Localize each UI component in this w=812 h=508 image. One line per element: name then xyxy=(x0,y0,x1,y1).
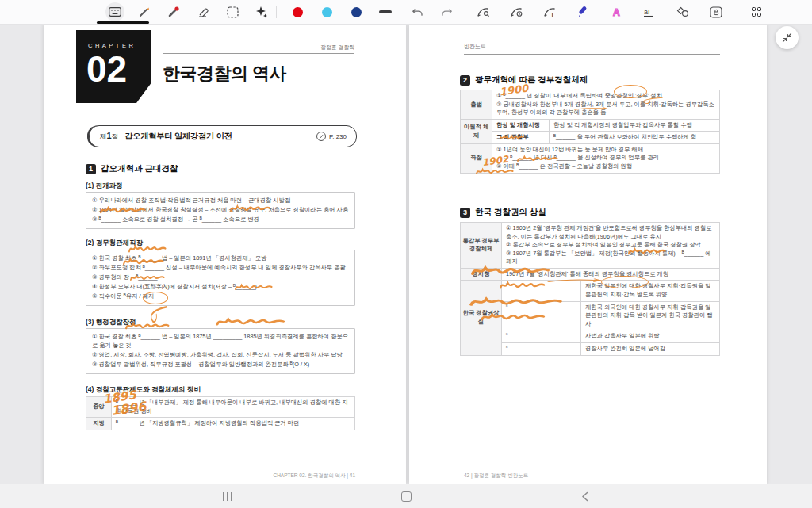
table-3: 통감부 경무부 경찰체제 ① 1905년 2월 '경무청 관제 개정건'을 반포… xyxy=(460,222,720,356)
check-icon xyxy=(316,132,326,141)
table-row: 한국 경찰권상실 ᴮ 재한국 일본인에 대한 경찰사무 지휘·감독권을 일본관헌… xyxy=(461,281,720,301)
section-title: 갑오개혁부터 일제강점기 이전 xyxy=(124,131,232,142)
page-right[interactable]: 빈칸노트 2광무개혁에 따른 경부경찰체제 출범 ① ᴮ______ 년 경찰이… xyxy=(409,24,767,484)
heading-1: 1갑오개혁과 근대경찰 xyxy=(86,163,178,174)
collapse-toolbar-button[interactable] xyxy=(776,26,799,49)
corner-label: 빈칸노트 xyxy=(464,43,486,51)
chapter-number: 02 xyxy=(86,48,127,90)
note-box-1: ① 우리나라에서 경찰 조직법·작용법적 근거규정 처음 마련 – 근대경찰 시… xyxy=(86,192,355,229)
chapter-box: CHAPTER 02 xyxy=(76,30,151,103)
table-row: 중앙ᴮ______ 년 「내부관제」 제정 통해 내무아문이 내부로 바뀌고, … xyxy=(86,397,355,418)
lock-icon[interactable] xyxy=(707,2,726,21)
shapes-icon[interactable] xyxy=(673,2,692,21)
table-row: 지방ᴮ______ 년 「지방경찰규칙」 제정하여 지방경찰의 작용법적 근거 … xyxy=(86,418,355,430)
svg-text:aI: aI xyxy=(644,8,650,16)
table-4: 중앙ᴮ______ 년 「내부관제」 제정 통해 내무아문이 내부로 바뀌고, … xyxy=(86,396,355,430)
svg-text:T: T xyxy=(550,11,554,18)
table-row: 좌절 ① 1년여 동안 대신이 12번 바뀌는 등 문제 많아 경부 해체→ ᴮ… xyxy=(461,143,720,173)
color-cyan[interactable] xyxy=(317,2,336,21)
table-2: 출범 ① ᴮ______ 년 경찰이 '내부'에서 독립하여 중앙관청인 '경부… xyxy=(460,90,720,174)
back-icon[interactable] xyxy=(569,486,600,506)
blue-pen-icon[interactable] xyxy=(573,2,592,21)
stroke-width[interactable] xyxy=(376,2,395,21)
subhead-2: (2) 경무청관제직장 xyxy=(86,239,143,248)
apps-grid-icon[interactable] xyxy=(747,2,766,21)
pen-text-icon[interactable]: T xyxy=(540,2,559,21)
pen-icon[interactable] xyxy=(135,2,154,21)
subhead-1: (1) 전개과정 xyxy=(86,181,123,191)
marker-icon[interactable] xyxy=(164,2,183,21)
note-box-2: ① 한국 경찰 최초 ᴮ______ 법 – 일본의 1891년 「경시청관제」… xyxy=(86,250,355,306)
eraser-icon[interactable] xyxy=(193,2,213,21)
note-box-3: ① 한국 경찰 최초 ᴮ______ 법 – 일본의 1875년 _______… xyxy=(86,328,355,374)
color-navy[interactable] xyxy=(347,2,366,21)
heading-3: 3한국 경찰권의 상실 xyxy=(460,207,546,218)
redo-icon[interactable] xyxy=(437,2,456,21)
pen-clock-icon[interactable] xyxy=(507,2,526,21)
system-navbar xyxy=(0,484,812,508)
page-footer-left: CHAPTER 02. 한국경찰의 역사 | 41 xyxy=(86,472,355,479)
lasso-icon[interactable] xyxy=(223,2,242,21)
page-ref: P. 230 xyxy=(316,132,347,141)
table-row: 통감부 경무부 경찰체제 ① 1905년 2월 '경무청 관제 개정건'을 반포… xyxy=(461,223,720,269)
recents-icon[interactable] xyxy=(212,486,243,506)
subhead-4: (4) 경찰고문관제도와 경찰체제의 정비 xyxy=(86,385,201,395)
header-rule xyxy=(163,53,354,54)
toolbar-divider-2 xyxy=(737,6,737,18)
home-icon[interactable] xyxy=(390,486,422,506)
pen-search-icon[interactable] xyxy=(473,2,492,21)
document-canvas[interactable]: CHAPTER 02 장정훈 경찰학 한국경찰의 역사 제1절 갑오개혁부터 일… xyxy=(0,24,812,484)
svg-text:A: A xyxy=(613,7,620,18)
page-title: 한국경찰의 역사 xyxy=(163,62,286,86)
header-rule-right xyxy=(464,54,720,55)
annotation-toolbar: T A aI xyxy=(0,0,812,25)
highlight-a-icon[interactable]: A xyxy=(607,2,626,21)
table-row: 이원적 체제 한성 및 개항시장 한성 및 각 개항시장의 경찰업무와 감옥사무… xyxy=(461,119,720,132)
color-red[interactable] xyxy=(288,2,307,21)
table-row: 경시청 1907년 7월 '경시청관제' 통해 종래의 경무청을 경시청으로 개… xyxy=(461,268,720,281)
collapse-arrows-icon xyxy=(782,32,792,43)
text-style-icon[interactable]: aI xyxy=(640,2,659,21)
toolbar-divider xyxy=(276,6,277,18)
active-tool-indicator xyxy=(97,21,149,24)
section-number: 제1절 xyxy=(100,131,118,142)
page-footer-right: 42 | 장정훈 경찰학 빈칸노트 xyxy=(464,472,528,479)
table-row: 출범 ① ᴮ______ 년 경찰이 '내부'에서 독립하여 중앙관청인 '경부… xyxy=(461,90,720,120)
sparkle-icon[interactable] xyxy=(252,2,271,21)
heading-2: 2광무개혁에 따른 경부경찰체제 xyxy=(460,74,588,86)
table-row: 그 외 관찰부 ᴮ______ 을 두어 관찰사 보좌하여 치안업무 수행하게 … xyxy=(461,132,720,144)
subhead-3: (3) 행정경찰장정 xyxy=(86,318,136,327)
section-bar: 제1절 갑오개혁부터 일제강점기 이전 P. 230 xyxy=(89,125,357,147)
undo-icon[interactable] xyxy=(408,2,427,21)
brand-text: 장정훈 경찰학 xyxy=(163,44,354,52)
page-left[interactable]: CHAPTER 02 장정훈 경찰학 한국경찰의 역사 제1절 갑오개혁부터 일… xyxy=(44,24,406,484)
keyboard-icon[interactable] xyxy=(105,2,124,21)
